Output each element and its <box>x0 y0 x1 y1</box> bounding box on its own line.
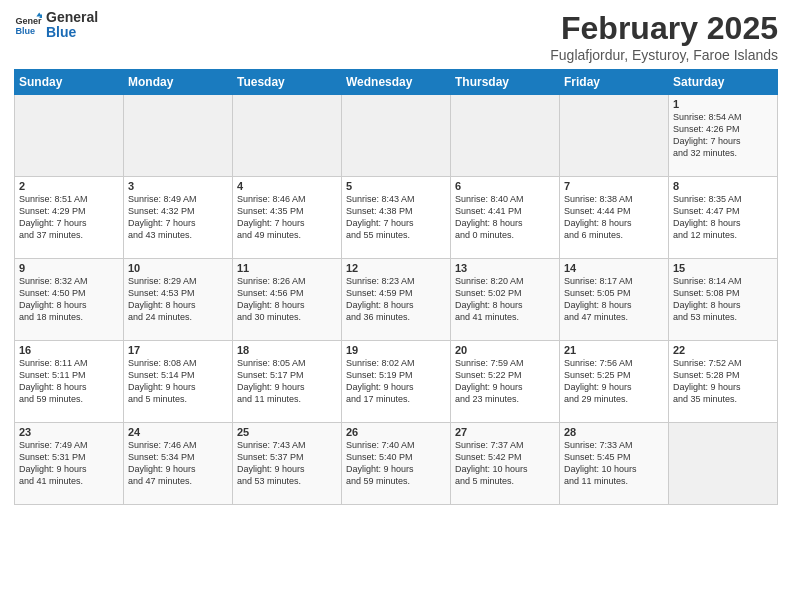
calendar-cell: 23Sunrise: 7:49 AM Sunset: 5:31 PM Dayli… <box>15 423 124 505</box>
day-info: Sunrise: 8:51 AM Sunset: 4:29 PM Dayligh… <box>19 193 119 242</box>
day-info: Sunrise: 8:29 AM Sunset: 4:53 PM Dayligh… <box>128 275 228 324</box>
weekday-header-sunday: Sunday <box>15 70 124 95</box>
title-block: February 2025 Fuglafjordur, Eysturoy, Fa… <box>550 10 778 63</box>
day-info: Sunrise: 7:49 AM Sunset: 5:31 PM Dayligh… <box>19 439 119 488</box>
calendar-cell <box>342 95 451 177</box>
day-info: Sunrise: 7:40 AM Sunset: 5:40 PM Dayligh… <box>346 439 446 488</box>
week-row-0: 1Sunrise: 8:54 AM Sunset: 4:26 PM Daylig… <box>15 95 778 177</box>
day-info: Sunrise: 8:32 AM Sunset: 4:50 PM Dayligh… <box>19 275 119 324</box>
day-number: 13 <box>455 262 555 274</box>
weekday-header-monday: Monday <box>124 70 233 95</box>
day-number: 22 <box>673 344 773 356</box>
calendar-cell: 4Sunrise: 8:46 AM Sunset: 4:35 PM Daylig… <box>233 177 342 259</box>
calendar-cell: 5Sunrise: 8:43 AM Sunset: 4:38 PM Daylig… <box>342 177 451 259</box>
calendar-cell: 6Sunrise: 8:40 AM Sunset: 4:41 PM Daylig… <box>451 177 560 259</box>
day-number: 7 <box>564 180 664 192</box>
calendar-table: SundayMondayTuesdayWednesdayThursdayFrid… <box>14 69 778 505</box>
calendar-cell <box>451 95 560 177</box>
calendar-cell: 24Sunrise: 7:46 AM Sunset: 5:34 PM Dayli… <box>124 423 233 505</box>
logo-icon: General Blue <box>14 11 42 39</box>
day-number: 12 <box>346 262 446 274</box>
day-number: 28 <box>564 426 664 438</box>
day-number: 8 <box>673 180 773 192</box>
day-info: Sunrise: 8:54 AM Sunset: 4:26 PM Dayligh… <box>673 111 773 160</box>
day-number: 21 <box>564 344 664 356</box>
logo-general-text: General <box>46 10 98 25</box>
day-number: 10 <box>128 262 228 274</box>
calendar-cell: 22Sunrise: 7:52 AM Sunset: 5:28 PM Dayli… <box>669 341 778 423</box>
day-number: 23 <box>19 426 119 438</box>
calendar-cell: 18Sunrise: 8:05 AM Sunset: 5:17 PM Dayli… <box>233 341 342 423</box>
day-number: 26 <box>346 426 446 438</box>
day-info: Sunrise: 8:35 AM Sunset: 4:47 PM Dayligh… <box>673 193 773 242</box>
day-info: Sunrise: 7:52 AM Sunset: 5:28 PM Dayligh… <box>673 357 773 406</box>
calendar-title: February 2025 <box>550 10 778 47</box>
day-number: 3 <box>128 180 228 192</box>
day-number: 9 <box>19 262 119 274</box>
day-info: Sunrise: 7:59 AM Sunset: 5:22 PM Dayligh… <box>455 357 555 406</box>
week-row-2: 9Sunrise: 8:32 AM Sunset: 4:50 PM Daylig… <box>15 259 778 341</box>
svg-text:Blue: Blue <box>15 26 35 36</box>
calendar-cell: 1Sunrise: 8:54 AM Sunset: 4:26 PM Daylig… <box>669 95 778 177</box>
weekday-header-saturday: Saturday <box>669 70 778 95</box>
day-info: Sunrise: 7:56 AM Sunset: 5:25 PM Dayligh… <box>564 357 664 406</box>
day-number: 16 <box>19 344 119 356</box>
day-info: Sunrise: 8:40 AM Sunset: 4:41 PM Dayligh… <box>455 193 555 242</box>
calendar-cell: 8Sunrise: 8:35 AM Sunset: 4:47 PM Daylig… <box>669 177 778 259</box>
day-number: 15 <box>673 262 773 274</box>
calendar-cell: 12Sunrise: 8:23 AM Sunset: 4:59 PM Dayli… <box>342 259 451 341</box>
day-number: 14 <box>564 262 664 274</box>
day-number: 20 <box>455 344 555 356</box>
calendar-cell: 16Sunrise: 8:11 AM Sunset: 5:11 PM Dayli… <box>15 341 124 423</box>
calendar-cell <box>669 423 778 505</box>
day-info: Sunrise: 8:23 AM Sunset: 4:59 PM Dayligh… <box>346 275 446 324</box>
day-info: Sunrise: 8:14 AM Sunset: 5:08 PM Dayligh… <box>673 275 773 324</box>
day-info: Sunrise: 8:11 AM Sunset: 5:11 PM Dayligh… <box>19 357 119 406</box>
calendar-cell: 25Sunrise: 7:43 AM Sunset: 5:37 PM Dayli… <box>233 423 342 505</box>
calendar-cell: 13Sunrise: 8:20 AM Sunset: 5:02 PM Dayli… <box>451 259 560 341</box>
calendar-cell: 28Sunrise: 7:33 AM Sunset: 5:45 PM Dayli… <box>560 423 669 505</box>
svg-text:General: General <box>15 16 42 26</box>
day-info: Sunrise: 7:46 AM Sunset: 5:34 PM Dayligh… <box>128 439 228 488</box>
calendar-cell: 9Sunrise: 8:32 AM Sunset: 4:50 PM Daylig… <box>15 259 124 341</box>
logo-blue-text: Blue <box>46 25 98 40</box>
day-number: 25 <box>237 426 337 438</box>
day-number: 2 <box>19 180 119 192</box>
logo: General Blue General Blue <box>14 10 98 41</box>
week-row-3: 16Sunrise: 8:11 AM Sunset: 5:11 PM Dayli… <box>15 341 778 423</box>
calendar-subtitle: Fuglafjordur, Eysturoy, Faroe Islands <box>550 47 778 63</box>
weekday-header-wednesday: Wednesday <box>342 70 451 95</box>
day-number: 4 <box>237 180 337 192</box>
day-info: Sunrise: 8:38 AM Sunset: 4:44 PM Dayligh… <box>564 193 664 242</box>
weekday-header-friday: Friday <box>560 70 669 95</box>
calendar-cell: 7Sunrise: 8:38 AM Sunset: 4:44 PM Daylig… <box>560 177 669 259</box>
day-number: 17 <box>128 344 228 356</box>
calendar-cell: 2Sunrise: 8:51 AM Sunset: 4:29 PM Daylig… <box>15 177 124 259</box>
calendar-cell: 21Sunrise: 7:56 AM Sunset: 5:25 PM Dayli… <box>560 341 669 423</box>
day-info: Sunrise: 8:43 AM Sunset: 4:38 PM Dayligh… <box>346 193 446 242</box>
day-info: Sunrise: 8:17 AM Sunset: 5:05 PM Dayligh… <box>564 275 664 324</box>
calendar-cell: 11Sunrise: 8:26 AM Sunset: 4:56 PM Dayli… <box>233 259 342 341</box>
calendar-cell <box>15 95 124 177</box>
header: General Blue General Blue February 2025 … <box>14 10 778 63</box>
calendar-cell: 10Sunrise: 8:29 AM Sunset: 4:53 PM Dayli… <box>124 259 233 341</box>
day-number: 18 <box>237 344 337 356</box>
calendar-cell: 19Sunrise: 8:02 AM Sunset: 5:19 PM Dayli… <box>342 341 451 423</box>
week-row-4: 23Sunrise: 7:49 AM Sunset: 5:31 PM Dayli… <box>15 423 778 505</box>
day-info: Sunrise: 8:26 AM Sunset: 4:56 PM Dayligh… <box>237 275 337 324</box>
day-info: Sunrise: 7:37 AM Sunset: 5:42 PM Dayligh… <box>455 439 555 488</box>
calendar-cell <box>124 95 233 177</box>
logo-text: General Blue <box>46 10 98 41</box>
day-number: 6 <box>455 180 555 192</box>
day-number: 1 <box>673 98 773 110</box>
week-row-1: 2Sunrise: 8:51 AM Sunset: 4:29 PM Daylig… <box>15 177 778 259</box>
day-info: Sunrise: 7:33 AM Sunset: 5:45 PM Dayligh… <box>564 439 664 488</box>
day-info: Sunrise: 8:02 AM Sunset: 5:19 PM Dayligh… <box>346 357 446 406</box>
weekday-header-thursday: Thursday <box>451 70 560 95</box>
calendar-cell <box>233 95 342 177</box>
calendar-cell: 3Sunrise: 8:49 AM Sunset: 4:32 PM Daylig… <box>124 177 233 259</box>
day-info: Sunrise: 8:20 AM Sunset: 5:02 PM Dayligh… <box>455 275 555 324</box>
calendar-cell <box>560 95 669 177</box>
day-info: Sunrise: 8:46 AM Sunset: 4:35 PM Dayligh… <box>237 193 337 242</box>
day-number: 19 <box>346 344 446 356</box>
